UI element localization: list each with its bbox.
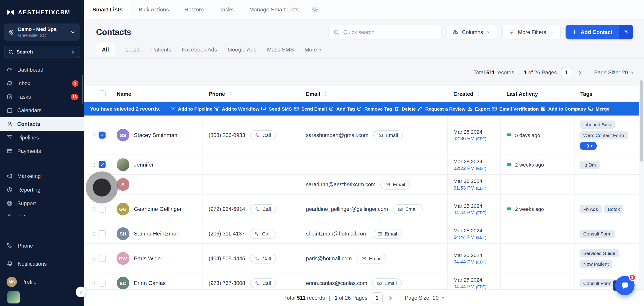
selection-action-send-sms[interactable]: Send SMS [261, 106, 292, 112]
select-all-checkbox[interactable] [98, 90, 106, 97]
sidebar-item-payments[interactable]: Payments [0, 144, 84, 158]
selection-action-add-tag[interactable]: Add Tag [328, 106, 355, 112]
row-checkbox[interactable] [98, 161, 106, 168]
selection-action-add-to-pipeline[interactable]: Add to Pipeline [170, 106, 212, 112]
sidebar-item-tasks[interactable]: Tasks13 [0, 90, 84, 104]
next-page-button[interactable] [387, 294, 394, 301]
call-button[interactable]: Call [250, 253, 276, 263]
tab-tasks[interactable]: Tasks [212, 0, 242, 19]
sidebar-item-pipelines[interactable]: Pipelines [0, 131, 84, 144]
selection-action-send-email[interactable]: Send Email [294, 106, 327, 112]
drag-handle-icon[interactable] [91, 230, 96, 238]
add-contact-button[interactable]: Add Contact [566, 25, 618, 39]
call-button[interactable]: Call [250, 204, 276, 214]
tab-smart-lists[interactable]: Smart Lists [84, 0, 131, 19]
selection-action-remove-tag[interactable]: Remove Tag [357, 106, 392, 112]
call-button[interactable]: Call [250, 229, 276, 239]
tab-manage-smart-lists[interactable]: Manage Smart Lists [242, 0, 306, 19]
location-selector[interactable]: Demo - Med Spa Greenville, SC [4, 24, 80, 41]
quick-search-input[interactable] [343, 29, 436, 35]
call-button[interactable]: Call [250, 278, 276, 288]
tag-pill[interactable]: New Patient [580, 260, 612, 268]
brand[interactable]: AESTHETIXCRM [0, 0, 84, 23]
sidebar-collapse-button[interactable] [76, 286, 86, 297]
selection-action-delete[interactable]: Delete [394, 106, 416, 112]
email-button[interactable]: Email [372, 278, 402, 288]
last-activity-text: 2 weeks ago [515, 206, 544, 212]
drag-handle-icon[interactable] [91, 205, 96, 213]
selection-action-add-to-workflow[interactable]: Add to Workflow [214, 106, 259, 112]
row-checkbox[interactable] [98, 279, 106, 286]
more-tags-button[interactable]: +3▾ [580, 142, 597, 150]
sidebar-item-inbox[interactable]: Inbox3 [0, 77, 84, 90]
tag-pill[interactable]: Consult Form [580, 279, 616, 287]
row-checkbox[interactable] [98, 255, 106, 262]
columns-button[interactable]: Columns [446, 25, 497, 39]
sidebar-item-settings[interactable]: Settings [0, 210, 84, 216]
sidebar-item-reporting[interactable]: Reporting [0, 183, 84, 197]
page-size-select[interactable]: Page Size: 20▾ [594, 69, 633, 76]
row-checkbox[interactable] [98, 230, 106, 237]
page-number-input[interactable]: 1 [561, 67, 572, 78]
sort-icon[interactable] [476, 91, 481, 97]
selection-action-email-verification[interactable]: Email Verification [492, 106, 539, 112]
sidebar-search[interactable]: Search [4, 46, 80, 58]
selection-action-request-a-review[interactable]: Request a Review [418, 106, 466, 112]
tag-pill[interactable]: Inbound Sms [580, 120, 615, 129]
drag-handle-icon[interactable] [91, 160, 96, 169]
page-size-select[interactable]: Page Size: 20▾ [405, 295, 444, 301]
email-button[interactable]: Email [380, 180, 410, 189]
email-button[interactable]: Email [393, 204, 422, 214]
sidebar-item-contacts[interactable]: Contacts [0, 117, 84, 131]
next-page-button[interactable] [576, 69, 584, 76]
selection-action-export[interactable]: Export [467, 106, 490, 112]
sidebar-item-support[interactable]: Support [0, 197, 84, 210]
sidebar-item-notifications[interactable]: Notifications [0, 256, 84, 271]
smart-lists-settings-gear-icon[interactable] [311, 6, 318, 13]
sidebar-scrollbar-thumb[interactable] [82, 75, 84, 104]
filter-tab-more[interactable]: More▾ [304, 47, 321, 53]
import-contacts-button[interactable] [618, 25, 633, 39]
row-checkbox[interactable] [98, 205, 106, 212]
filter-tab-google-ads[interactable]: Google Ads [228, 47, 256, 53]
sidebar-item-profile[interactable]: MSProfile [0, 274, 84, 289]
sort-icon[interactable] [323, 91, 328, 97]
sidebar-item-phone[interactable]: Phone [0, 238, 84, 253]
email-button[interactable]: Email [373, 130, 403, 140]
drag-handle-icon[interactable] [91, 180, 96, 188]
tab-bulk-actions[interactable]: Bulk Actions [131, 0, 177, 19]
tag-pill[interactable]: Consult Form [580, 230, 616, 238]
filter-tab-all[interactable]: All [96, 43, 115, 56]
drag-handle-icon[interactable] [91, 279, 96, 287]
selection-action-merge[interactable]: Merge [588, 106, 609, 112]
filter-tab-facebook-ads[interactable]: Facebook Ads [182, 47, 217, 53]
selection-action-add-to-company[interactable]: Add to Company [540, 106, 586, 112]
tab-restore[interactable]: Restore [177, 0, 212, 19]
sidebar-item-calendars[interactable]: Calendars [0, 104, 84, 117]
more-filters-button[interactable]: More Filters [502, 25, 560, 39]
sort-icon[interactable] [134, 91, 139, 97]
sort-icon[interactable] [540, 91, 546, 97]
call-button[interactable]: Call [250, 130, 276, 140]
tag-pill[interactable]: Botox [604, 205, 624, 213]
drag-handle-icon[interactable] [91, 254, 96, 262]
filter-tab-leads[interactable]: Leads [126, 47, 141, 53]
sort-icon[interactable] [228, 91, 233, 97]
sidebar-item-marketing[interactable]: Marketing [0, 169, 84, 183]
email-button[interactable]: Email [357, 253, 386, 263]
tag-pill[interactable]: Fb Ads [580, 205, 602, 213]
row-checkbox[interactable] [98, 132, 106, 139]
tag-pill[interactable]: Services Guide [580, 249, 619, 257]
filter-tab-patients[interactable]: Patients [151, 47, 171, 53]
sidebar-item-dashboard[interactable]: Dashboard [0, 63, 84, 77]
location-city: Greenville, SC [18, 33, 56, 38]
row-checkbox[interactable] [98, 181, 106, 188]
tag-pill[interactable]: Ig Dm [580, 160, 600, 169]
vertical-scrollbar-thumb[interactable] [640, 80, 643, 162]
tag-pill[interactable]: Web: Contact Form [580, 131, 628, 139]
page-number-input[interactable]: 1 [372, 292, 383, 303]
filter-tab-mass-sms[interactable]: Mass SMS [267, 47, 294, 53]
chat-launcher-button[interactable]: 1 [615, 276, 634, 295]
email-button[interactable]: Email [372, 229, 402, 239]
drag-handle-icon[interactable] [91, 131, 96, 139]
